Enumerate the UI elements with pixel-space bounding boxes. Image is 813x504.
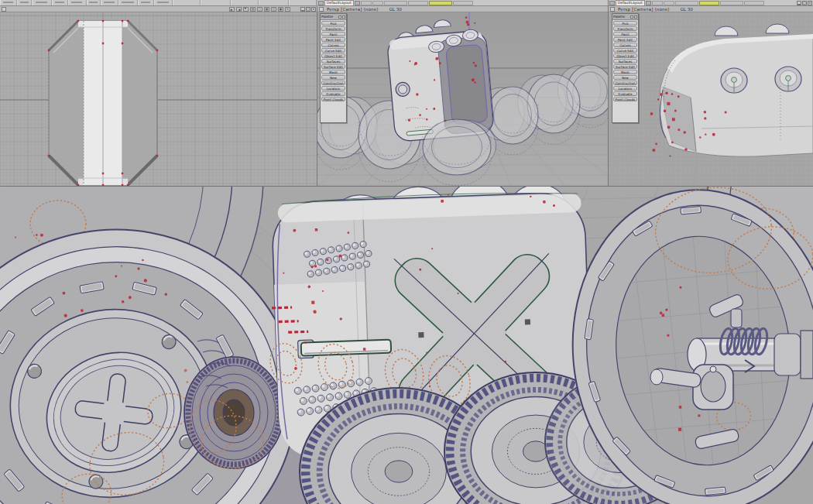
- layout-selector-dropdown[interactable]: DefaultLayout: [324, 0, 354, 6]
- menu-segment[interactable]: [259, 0, 289, 5]
- layout-shelf-segment[interactable]: [372, 1, 383, 5]
- right-viewport-display-mode: GL 30: [681, 7, 693, 12]
- palette-tab-pick[interactable]: Pick: [321, 21, 345, 26]
- grid-toggle-icon[interactable]: ▦: [264, 7, 269, 12]
- palette-tab-construction[interactable]: Construction: [613, 81, 637, 85]
- palette-tab-point-clouds[interactable]: Point Clouds: [321, 97, 345, 101]
- palette-tab-object-edit[interactable]: Object Edit: [613, 53, 637, 58]
- menu-segment[interactable]: [231, 0, 259, 5]
- palette-tab-mesh[interactable]: Mesh: [321, 70, 345, 74]
- zoom-view-icon[interactable]: ▣: [278, 7, 283, 12]
- menu-segment[interactable]: [32, 0, 52, 5]
- layout-shelf-segment[interactable]: [675, 1, 698, 5]
- palette-tab-transform[interactable]: Transform: [321, 26, 345, 31]
- mid-viewport-titlebar: Persp [Camera] (none) GL 30: [317, 6, 608, 12]
- palette-tab-construction[interactable]: Construction: [321, 81, 345, 85]
- palette-tab-paint[interactable]: Paint: [321, 32, 345, 36]
- viewport-perspective-mid[interactable]: DefaultLayout Persp [Camera] (none) GL 3…: [317, 0, 609, 186]
- menu-segment[interactable]: [173, 0, 201, 5]
- palette-tab-surface-edit[interactable]: Surface Edit: [613, 64, 637, 69]
- palette-tab-object-edit[interactable]: Object Edit: [321, 53, 345, 58]
- palette-tab-surfaces[interactable]: Surfaces: [321, 59, 345, 63]
- palette-tab-locators[interactable]: Locators: [613, 86, 637, 91]
- window-menu-icon[interactable]: [609, 1, 615, 5]
- palette-tab-surfaces[interactable]: Surfaces: [613, 59, 637, 63]
- close-palette-icon[interactable]: [634, 15, 637, 19]
- alias-application-window: ▖▗▘▤▢▦◫▣↻ ▁▢✕ DefaultLayout Persp [Camer…: [0, 0, 813, 504]
- palette-tab-mesh[interactable]: Mesh: [613, 70, 637, 74]
- palette-titlebar[interactable]: Palette: [321, 14, 346, 20]
- perspective-scene-main[interactable]: [0, 187, 813, 504]
- palette-body: PickTransformPaintPaint EditCurvesCurve …: [321, 20, 346, 122]
- layout-shelf-segment[interactable]: [699, 1, 719, 5]
- camera-select-icon[interactable]: [646, 1, 651, 5]
- point-display-icon[interactable]: ▖: [229, 7, 235, 12]
- close-window-icon[interactable]: ✕: [311, 7, 316, 12]
- palette-tab-evaluate[interactable]: Evaluate: [321, 91, 345, 96]
- viewport-perspective-main[interactable]: [0, 186, 813, 504]
- menu-segment[interactable]: [154, 0, 173, 5]
- menu-segment[interactable]: [68, 0, 87, 5]
- layout-shelf-segment[interactable]: [744, 1, 764, 5]
- patch-display-icon[interactable]: ▘: [243, 7, 249, 12]
- layout-shelf-segment[interactable]: [361, 1, 372, 5]
- close-window-icon[interactable]: ✕: [808, 1, 812, 5]
- menu-segment[interactable]: [101, 0, 118, 5]
- palette-tab-point-clouds[interactable]: Point Clouds: [613, 97, 637, 101]
- palette-tab-new[interactable]: New: [321, 75, 345, 80]
- right-viewport-titlebar: Persp [Camera] (none) GL 30: [609, 6, 813, 12]
- palette-titlebar[interactable]: Palette: [612, 14, 638, 20]
- menu-segment[interactable]: [118, 0, 139, 5]
- pan-view-icon[interactable]: ◫: [271, 7, 276, 12]
- menu-segment[interactable]: [0, 0, 17, 5]
- menu-segment[interactable]: [87, 0, 101, 5]
- collapse-palette-icon[interactable]: [630, 15, 633, 19]
- viewport-corner-icon[interactable]: [610, 7, 615, 12]
- perspective-scene-mid[interactable]: [317, 12, 608, 186]
- shaded-mode-icon[interactable]: ▢: [257, 7, 262, 12]
- layout-shelf-segment[interactable]: [429, 1, 452, 5]
- menu-segment[interactable]: [17, 0, 32, 5]
- window-menu-icon[interactable]: [318, 1, 324, 5]
- palette-tab-transform[interactable]: Transform: [613, 26, 637, 31]
- palette-tab-curves[interactable]: Curves: [613, 43, 637, 47]
- palette-tab-locators[interactable]: Locators: [321, 86, 345, 91]
- layout-selector-dropdown[interactable]: DefaultLayout: [616, 0, 645, 6]
- menu-segment[interactable]: [289, 0, 317, 5]
- menu-segment[interactable]: [52, 0, 68, 5]
- palette-tab-paint-edit[interactable]: Paint Edit: [321, 37, 345, 42]
- wireframe-mode-icon[interactable]: ▤: [250, 7, 256, 12]
- palette-tab-curve-edit[interactable]: Curve Edit: [613, 48, 637, 53]
- palette-tab-surface-edit[interactable]: Surface Edit: [321, 64, 345, 69]
- palette-tab-pick[interactable]: Pick: [613, 21, 637, 26]
- menu-segment[interactable]: [138, 0, 154, 5]
- palette-tab-curves[interactable]: Curves: [321, 43, 345, 47]
- viewport-ortho[interactable]: ▖▗▘▤▢▦◫▣↻ ▁▢✕: [0, 6, 317, 186]
- collapse-window-icon[interactable]: ▁: [797, 1, 801, 5]
- perspective-scene-right[interactable]: [609, 12, 813, 186]
- viewport-corner-icon[interactable]: [2, 7, 6, 12]
- viewport-corner-icon[interactable]: [319, 7, 324, 12]
- curve-display-icon[interactable]: ▗: [236, 7, 242, 12]
- rotate-view-icon[interactable]: ↻: [285, 7, 290, 12]
- menu-segment[interactable]: [201, 0, 231, 5]
- palette-tab-new[interactable]: New: [613, 75, 637, 80]
- layout-shelf-segment[interactable]: [384, 1, 407, 5]
- layout-shelf-segment[interactable]: [453, 1, 473, 5]
- viewport-perspective-right[interactable]: DefaultLayout Persp [Camera] (none) GL 3…: [609, 0, 813, 186]
- palette-tab-paint[interactable]: Paint: [613, 32, 637, 36]
- palette-tab-curve-edit[interactable]: Curve Edit: [321, 48, 345, 53]
- layout-shelf-segment[interactable]: [652, 1, 663, 5]
- collapse-window-icon[interactable]: ▁: [300, 7, 305, 12]
- maximize-window-icon[interactable]: ▢: [306, 7, 310, 12]
- layout-shelf-segment[interactable]: [720, 1, 743, 5]
- palette-tab-paint-edit[interactable]: Paint Edit: [613, 37, 637, 42]
- palette-tab-evaluate[interactable]: Evaluate: [613, 91, 637, 96]
- collapse-palette-icon[interactable]: [338, 15, 341, 19]
- camera-select-icon[interactable]: [355, 1, 360, 5]
- layout-shelf-segment[interactable]: [664, 1, 674, 5]
- layout-shelf-segment[interactable]: [408, 1, 428, 5]
- maximize-window-icon[interactable]: ▢: [802, 1, 807, 5]
- close-palette-icon[interactable]: [342, 15, 345, 19]
- ortho-scene[interactable]: [0, 12, 317, 186]
